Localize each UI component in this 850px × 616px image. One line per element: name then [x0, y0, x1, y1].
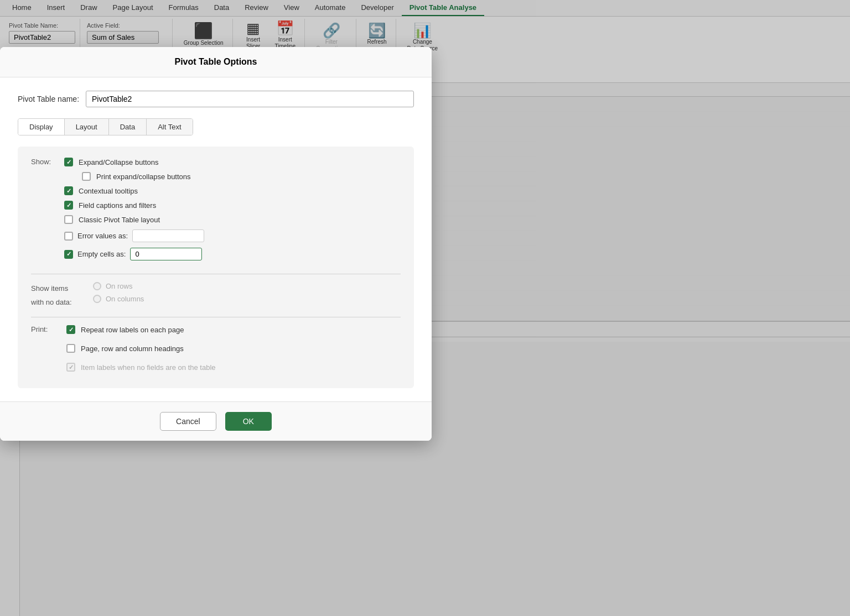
modal-tabs: Display Layout Data Alt Text	[18, 118, 193, 135]
option-item-labels: ✓ Item labels when no fields are on the …	[66, 363, 216, 372]
checkbox-repeat-row-labels[interactable]: ✓	[66, 325, 75, 334]
print-options: ✓ Repeat row labels on each page Page, r…	[66, 325, 216, 377]
label-page-headings: Page, row and column headings	[81, 344, 184, 353]
option-field-captions: ✓ Field captions and filters	[64, 201, 401, 210]
check-icon-6: ✓	[69, 364, 74, 371]
pivot-name-modal-input[interactable]	[86, 91, 414, 107]
check-icon: ✓	[66, 159, 71, 166]
option-expand-collapse: ✓ Expand/Collapse buttons	[64, 158, 401, 166]
option-contextual-tooltips: ✓ Contextual tooltips	[64, 186, 401, 195]
modal-body: Pivot Table name: Display Layout Data Al…	[0, 77, 432, 401]
label-repeat-row-labels: Repeat row labels on each page	[81, 326, 184, 334]
modal-title: Pivot Table Options	[0, 47, 432, 77]
option-print-expand-collapse: Print expand/collapse buttons	[64, 172, 401, 181]
label-empty-cells: Empty cells as:	[77, 250, 126, 258]
label-classic-layout: Classic Pivot Table layout	[79, 216, 160, 224]
label-on-columns: On columns	[106, 295, 144, 303]
option-on-rows: On rows	[93, 282, 144, 290]
name-row: Pivot Table name:	[18, 91, 414, 107]
divider-1	[31, 274, 401, 274]
label-expand-collapse: Expand/Collapse buttons	[79, 158, 159, 166]
show-options: ✓ Expand/Collapse buttons Print expand/c…	[64, 158, 401, 266]
options-section: Show: ✓ Expand/Collapse buttons Pri	[18, 147, 414, 388]
checkbox-empty-cells[interactable]: ✓	[64, 250, 73, 259]
tab-data[interactable]: Data	[109, 119, 147, 135]
show-items-options: On rows On columns	[93, 282, 144, 303]
show-label: Show:	[31, 158, 64, 166]
error-values-input[interactable]	[132, 229, 204, 242]
option-empty-cells: ✓ Empty cells as:	[64, 248, 401, 260]
radio-on-rows[interactable]	[93, 282, 101, 290]
print-section: Print: ✓ Repeat row labels on each page	[31, 325, 401, 377]
option-classic-layout: Classic Pivot Table layout	[64, 215, 401, 224]
label-print-expand-collapse: Print expand/collapse buttons	[96, 173, 191, 181]
option-page-headings: Page, row and column headings	[66, 344, 216, 353]
ok-button[interactable]: OK	[225, 412, 272, 431]
checkbox-classic-layout[interactable]	[64, 215, 73, 224]
check-icon-5: ✓	[69, 326, 74, 333]
tab-layout[interactable]: Layout	[65, 119, 109, 135]
checkbox-print-expand-collapse[interactable]	[82, 172, 91, 181]
option-error-values: Error values as:	[64, 229, 401, 242]
divider-2	[31, 317, 401, 317]
checkbox-item-labels[interactable]: ✓	[66, 363, 75, 372]
show-items-section: Show itemswith no data: On rows On colum…	[31, 282, 401, 309]
modal-overlay: Pivot Table Options Pivot Table name: Di…	[0, 0, 850, 616]
cancel-button[interactable]: Cancel	[160, 412, 216, 431]
empty-cells-input[interactable]	[130, 248, 202, 260]
label-on-rows: On rows	[106, 282, 132, 290]
check-icon-3: ✓	[66, 202, 71, 209]
option-on-columns: On columns	[93, 295, 144, 303]
check-icon-2: ✓	[66, 187, 71, 195]
checkbox-expand-collapse[interactable]: ✓	[64, 158, 73, 166]
check-icon-4: ✓	[66, 250, 71, 258]
checkbox-error-values[interactable]	[64, 232, 73, 241]
modal-footer: Cancel OK	[0, 401, 432, 441]
tab-display[interactable]: Display	[18, 119, 65, 135]
label-item-labels: Item labels when no fields are on the ta…	[81, 363, 216, 372]
pivot-table-options-modal: Pivot Table Options Pivot Table name: Di…	[0, 47, 432, 441]
option-repeat-row-labels: ✓ Repeat row labels on each page	[66, 325, 216, 334]
tab-alt-text[interactable]: Alt Text	[147, 119, 192, 135]
checkbox-page-headings[interactable]	[66, 344, 75, 353]
label-contextual-tooltips: Contextual tooltips	[79, 187, 138, 195]
checkbox-contextual-tooltips[interactable]: ✓	[64, 186, 73, 195]
name-label: Pivot Table name:	[18, 95, 79, 103]
label-error-values: Error values as:	[77, 232, 128, 240]
show-items-label: Show itemswith no data:	[31, 282, 86, 309]
print-label: Print:	[31, 325, 58, 333]
checkbox-field-captions[interactable]: ✓	[64, 201, 73, 210]
label-field-captions: Field captions and filters	[79, 201, 156, 210]
radio-on-columns[interactable]	[93, 295, 101, 303]
